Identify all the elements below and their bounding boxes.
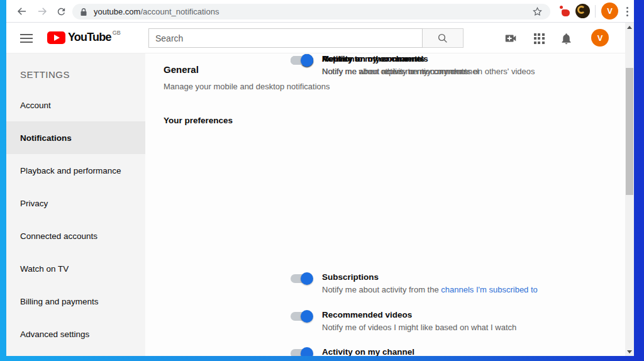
bookmark-button[interactable] [532,6,543,17]
search-icon [437,33,448,44]
star-icon [532,6,543,17]
pref-title: Activity on my channel [322,347,574,356]
pref-description: Notify me about activity from the channe… [322,283,538,296]
preferences-section-label: Your preferences [164,116,233,125]
scroll-down-icon [627,350,632,353]
subscribed-channels-link[interactable]: channels I'm subscribed to [441,285,538,294]
pref-row-activity-other-channels: Activity on other channels [291,53,592,81]
extension-icon-red[interactable] [558,5,571,18]
lock-icon [80,8,87,16]
browser-toolbar: youtube.com/account_notifications V [6,0,634,23]
sidebar-title: SETTINGS [6,60,145,89]
forward-icon [36,6,48,17]
scroll-up-icon [627,26,632,29]
back-button[interactable] [14,3,30,19]
back-icon [16,6,28,17]
scroll-up-button[interactable] [625,23,634,31]
youtube-play-icon [47,31,65,44]
activity-my-channel-toggle[interactable] [291,347,313,356]
pref-row-recommended-videos: Recommended videos Notify me of videos I… [291,309,592,337]
sidebar-item-advanced-settings[interactable]: Advanced settings [6,318,145,350]
scroll-down-button[interactable] [625,347,634,356]
address-bar[interactable]: youtube.com/account_notifications [72,4,550,19]
pref-title: Activity on other channels [322,53,428,65]
page-scrollbar[interactable] [625,23,634,356]
activity-other-channels-toggle[interactable] [291,54,313,67]
settings-sidebar: SETTINGS Account Notifications Playback … [6,53,145,356]
recommended-videos-toggle[interactable] [291,310,313,323]
browser-profile-avatar[interactable]: V [601,3,618,19]
search-button[interactable] [423,28,464,48]
pref-title: Subscriptions [322,272,538,283]
apps-grid-icon [534,33,545,44]
page-body: SETTINGS Account Notifications Playback … [6,53,625,356]
pref-description: Notify me of videos I might like based o… [322,321,516,334]
search-input[interactable] [148,28,423,48]
youtube-account-avatar[interactable]: V [591,29,609,47]
page-subtitle: Manage your mobile and desktop notificat… [164,82,330,91]
refresh-button[interactable] [53,3,69,19]
youtube-logo-text: YouTube [68,31,111,44]
page-title: General [164,64,199,75]
toolbar-divider [595,5,596,18]
create-video-button[interactable] [504,31,518,45]
bell-icon [560,32,573,45]
refresh-icon [56,6,67,17]
url-text: youtube.com/account_notifications [94,7,219,16]
pref-description-text: Notify me about activity from the [322,285,441,294]
browser-menu-icon[interactable] [621,4,633,18]
youtube-apps-button[interactable] [532,31,546,45]
sidebar-item-connected-accounts[interactable]: Connected accounts [6,219,145,252]
browser-window: youtube.com/account_notifications V YouT… [6,0,634,356]
url-domain: youtube.com [94,7,140,16]
sidebar-item-playback[interactable]: Playback and performance [6,154,145,187]
pref-row-subscriptions: Subscriptions Notify me about activity f… [291,272,592,299]
subscriptions-toggle[interactable] [291,272,313,285]
url-path: /account_notifications [140,7,219,16]
notifications-bell-button[interactable] [559,31,573,45]
sidebar-item-watch-on-tv[interactable]: Watch on TV [6,252,145,285]
scrollbar-thumb[interactable] [626,68,633,195]
extension-icon-gold[interactable] [575,4,590,18]
sidebar-item-privacy[interactable]: Privacy [6,187,145,219]
sidebar-item-notifications[interactable]: Notifications [6,121,145,154]
pref-row-activity-my-channel: Activity on my channel Notify me about c… [291,347,592,356]
youtube-logo[interactable]: YouTube GB [47,30,121,44]
forward-button[interactable] [34,3,50,19]
sidebar-item-account[interactable]: Account [6,89,145,121]
video-camera-plus-icon [504,31,518,45]
guide-menu-icon[interactable] [20,34,33,43]
youtube-region-label: GB [113,30,121,36]
sidebar-item-billing[interactable]: Billing and payments [6,285,145,318]
pref-title: Recommended videos [322,309,516,321]
